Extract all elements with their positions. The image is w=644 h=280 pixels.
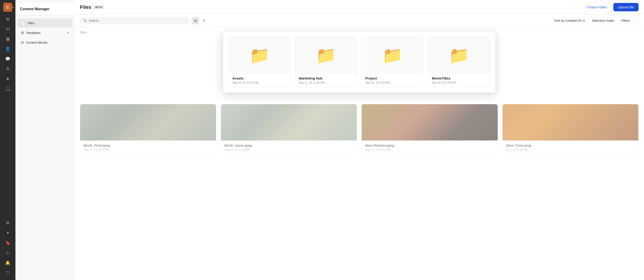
sidebar-icon-star[interactable]: ★ [3, 74, 12, 83]
nav-item-templates[interactable]: ⊞ Templates ▾ [17, 28, 72, 37]
upload-file-button[interactable]: Upload file [613, 3, 638, 11]
sidebar-icon-warning[interactable]: ⚠ [3, 248, 12, 257]
sidebar: C ▾ ⊞ ☏ ▦ 👤 💬 ⇅ ★ 🎧 ⚙ ✦ 🔖 ⚠ 🔔 ⬡ [0, 0, 16, 280]
folder-name-marketing: Marketing Hub [299, 76, 353, 80]
sidebar-icon-bookmark[interactable]: 🔖 [3, 238, 12, 247]
sidebar-icon-bell[interactable]: 🔔 [3, 258, 12, 267]
folder-date-project: Sep 10, 24 4:13 PM... [365, 81, 420, 84]
page-header: Files BETA Create Folder Upload file [74, 0, 644, 14]
grid-view-button[interactable]: ⊞ [192, 17, 199, 24]
modal-overlay: 📁 Assets Sep 18, 24 12:23 PM... 📁 Market… [74, 27, 644, 280]
folder-preview-movietitles: 📁 [428, 37, 490, 73]
search-input[interactable] [89, 19, 186, 22]
nav-panel: Content Manager 📄 Files ⊞ Templates ▾ ⊟ … [16, 0, 74, 280]
logo-chevron-icon: ▾ [12, 6, 14, 8]
folder-icon-assets: 📁 [250, 46, 270, 65]
sidebar-icon-users[interactable]: 👤 [3, 44, 12, 53]
nav-item-content-blocks[interactable]: ⊟ Content Blocks [17, 38, 72, 47]
folder-date-marketing: Sep 11, 24 11:05 AM... [299, 81, 353, 84]
nav-item-files-label: Files [28, 21, 69, 25]
beta-badge: BETA [94, 5, 104, 9]
search-icon: 🔍 [83, 19, 87, 22]
toolbar: 🔍 ⊞ ≡ Sort by Created On ▾ Selection mod… [74, 14, 644, 27]
folder-name-project: Project [365, 76, 420, 80]
folder-info-project: Project Sep 10, 24 4:13 PM... [362, 73, 423, 87]
sidebar-icon-support[interactable]: 🎧 [3, 84, 12, 93]
sidebar-icon-network[interactable]: ⬡ [3, 268, 12, 277]
search-box[interactable]: 🔍 [80, 17, 189, 24]
create-folder-button[interactable]: Create Folder [582, 3, 611, 11]
sidebar-icon-funnel[interactable]: ⇅ [3, 64, 12, 73]
sidebar-icon-chat[interactable]: 💬 [3, 54, 12, 63]
nav-item-templates-label: Templates [26, 31, 65, 35]
nav-item-files[interactable]: 📄 Files [17, 18, 72, 27]
sort-label: Sort by Created On [554, 19, 582, 22]
folder-card-movietitles[interactable]: 📁 MovieTitles Sep 10, 24 4:09 PM... [428, 37, 490, 87]
sort-button[interactable]: Sort by Created On ▾ [552, 17, 587, 24]
folders-grid: 📁 Assets Sep 18, 24 12:23 PM... 📁 Market… [228, 37, 490, 87]
folder-preview-project: 📁 [362, 37, 423, 73]
folder-preview-assets: 📁 [229, 37, 290, 73]
filters-button[interactable]: Filters [619, 17, 632, 24]
folder-date-movietitles: Sep 10, 24 4:09 PM... [432, 81, 486, 84]
sidebar-icon-dashboard[interactable]: ⊞ [3, 14, 12, 23]
view-toggle: ⊞ ≡ [192, 17, 208, 24]
folder-icon-movietitles: 📁 [449, 46, 469, 65]
page-title-area: Files BETA [80, 4, 104, 10]
sidebar-icon-settings[interactable]: ⚙ [3, 218, 12, 227]
app-logo[interactable]: C ▾ [3, 3, 12, 12]
content-area: Files 📁 Assets Sep 18, 24 12:23 PM... [74, 27, 644, 280]
folder-info-marketing: Marketing Hub Sep 11, 24 11:05 AM... [295, 73, 357, 87]
sidebar-icon-contacts[interactable]: ☏ [3, 24, 12, 33]
folder-date-assets: Sep 18, 24 12:23 PM... [232, 81, 286, 84]
selection-mode-button[interactable]: Selection mode [590, 17, 616, 24]
content-blocks-icon: ⊟ [21, 40, 24, 45]
main-panel: Files BETA Create Folder Upload file 🔍 ⊞… [74, 0, 644, 280]
files-icon: 📄 [21, 21, 26, 25]
nav-item-content-blocks-label: Content Blocks [26, 41, 69, 44]
folder-name-movietitles: MovieTitles [432, 76, 486, 80]
templates-icon: ⊞ [21, 31, 24, 35]
folder-name-assets: Assets [232, 76, 286, 80]
sort-chevron-icon: ▾ [583, 19, 585, 22]
folder-info-assets: Assets Sep 18, 24 12:23 PM... [229, 73, 290, 87]
page-title: Files [80, 4, 91, 10]
app-header: Content Manager [16, 3, 74, 15]
list-view-button[interactable]: ≡ [200, 17, 208, 24]
folder-icon-project: 📁 [382, 46, 403, 65]
folders-modal: 📁 Assets Sep 18, 24 12:23 PM... 📁 Market… [223, 31, 495, 93]
sidebar-icon-analytics[interactable]: ▦ [3, 34, 12, 43]
folder-info-movietitles: MovieTitles Sep 10, 24 4:09 PM... [428, 73, 490, 87]
folder-card-project[interactable]: 📁 Project Sep 10, 24 4:13 PM... [362, 37, 424, 87]
folder-card-assets[interactable]: 📁 Assets Sep 18, 24 12:23 PM... [228, 37, 290, 87]
folder-preview-marketing: 📁 [295, 37, 357, 73]
chevron-down-icon: ▾ [68, 31, 69, 34]
folder-card-marketing[interactable]: 📁 Marketing Hub Sep 11, 24 11:05 AM... [295, 37, 357, 87]
sidebar-icon-plugin[interactable]: ✦ [3, 228, 12, 237]
folder-icon-marketing: 📁 [316, 46, 336, 65]
collapse-panel-button[interactable]: ‹ [635, 17, 638, 24]
app-title: Content Manager [20, 7, 50, 11]
